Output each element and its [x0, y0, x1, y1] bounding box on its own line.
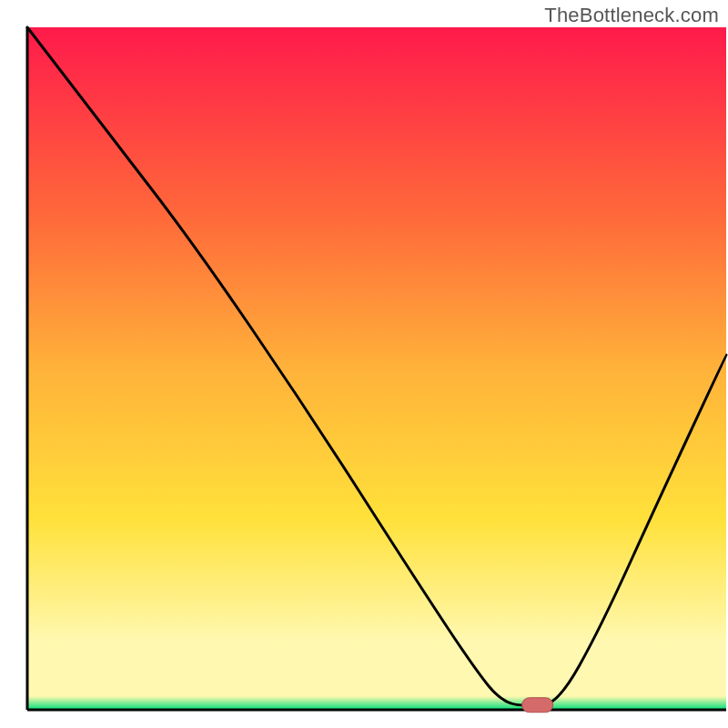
plot-background	[27, 27, 726, 710]
bottleneck-chart	[0, 0, 728, 728]
optimal-marker	[522, 698, 553, 713]
